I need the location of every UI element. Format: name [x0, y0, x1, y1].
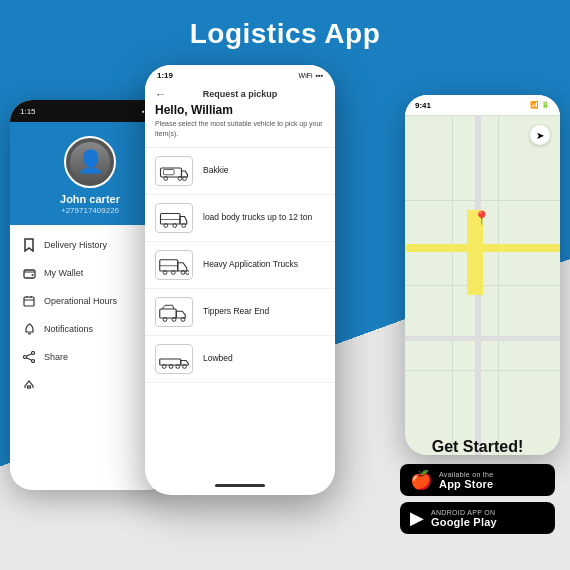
vehicle-list: Bakkie load body trucks up to 12 ton: [145, 148, 335, 383]
svg-rect-14: [161, 213, 181, 224]
home-indicator: [215, 484, 265, 487]
google-play-sub: ANDROID APP ON: [431, 509, 497, 516]
map-phone-status: 9:41 📶 🔋: [405, 95, 560, 115]
avatar-image: 👤: [70, 142, 110, 182]
header-title: Request a pickup: [203, 89, 278, 99]
vehicle-item-bakkie[interactable]: Bakkie: [145, 148, 335, 195]
map-location-pin: 📍: [473, 210, 490, 226]
status-time: 1:19: [157, 71, 173, 80]
svg-rect-2: [24, 297, 34, 306]
wallet-icon: [22, 266, 36, 280]
svg-line-7: [26, 358, 31, 361]
subtitle-text: Please select the most suitable vehicle …: [155, 119, 325, 139]
app-store-name: App Store: [439, 478, 494, 490]
vehicle-label-heavy-app: Heavy Application Trucks: [203, 259, 298, 270]
map-view: 📍 ➤: [405, 115, 560, 455]
avatar: 👤: [64, 136, 116, 188]
svg-rect-0: [24, 270, 35, 278]
phone-time: 1:15: [20, 107, 36, 116]
svg-point-5: [24, 356, 27, 359]
wifi-icon: WiFi: [299, 72, 313, 79]
extra-icon: [22, 378, 36, 392]
main-phone: 1:19 WiFi ▪▪▪ ← Request a pickup Hello, …: [145, 65, 335, 495]
get-started-title: Get Started!: [400, 438, 555, 456]
vehicle-item-tippers-rear[interactable]: Tippers Rear End: [145, 289, 335, 336]
greeting-text: Hello, William: [155, 103, 325, 117]
sidebar-label: My Wallet: [44, 268, 83, 278]
calendar-icon: [22, 294, 36, 308]
get-started-section: Get Started! 🍎 Available on the App Stor…: [400, 438, 555, 540]
bell-icon: [22, 322, 36, 336]
app-title: Logistics App: [0, 18, 570, 50]
vehicle-label-bakkie: Bakkie: [203, 165, 229, 176]
vehicle-icon-load-body: [155, 203, 193, 233]
vehicle-item-load-body[interactable]: load body trucks up to 12 ton: [145, 195, 335, 242]
app-store-text: Available on the App Store: [439, 471, 494, 490]
svg-rect-13: [164, 169, 175, 174]
vehicle-icon-heavy-app: [155, 250, 193, 280]
svg-line-6: [26, 354, 31, 357]
svg-point-1: [31, 274, 33, 276]
app-store-sub: Available on the: [439, 471, 494, 478]
app-store-badge[interactable]: 🍎 Available on the App Store: [400, 464, 555, 496]
svg-point-4: [32, 360, 35, 363]
vehicle-item-heavy-app[interactable]: Heavy Application Trucks: [145, 242, 335, 289]
vehicle-label-tippers-rear: Tippers Rear End: [203, 306, 269, 317]
vehicle-item-lowbed[interactable]: Lowbed: [145, 336, 335, 383]
map-time: 9:41: [415, 101, 431, 110]
map-phone: 9:41 📶 🔋 📍 ➤: [405, 95, 560, 455]
sidebar-label: Share: [44, 352, 68, 362]
svg-rect-29: [160, 359, 181, 365]
user-name: John carter: [60, 193, 120, 205]
share-icon: [22, 350, 36, 364]
google-play-text: ANDROID APP ON Google Play: [431, 509, 497, 528]
phone-status-bar: 1:19 WiFi ▪▪▪: [145, 65, 335, 85]
sidebar-label: Operational Hours: [44, 296, 117, 306]
user-phone: +279717409226: [61, 206, 119, 215]
vehicle-icon-bakkie: [155, 156, 193, 186]
sidebar-label: Notifications: [44, 324, 93, 334]
compass: ➤: [530, 125, 550, 145]
vehicle-label-load-body: load body trucks up to 12 ton: [203, 212, 312, 223]
svg-rect-25: [160, 309, 177, 318]
apple-icon: 🍎: [410, 469, 432, 491]
vehicle-label-lowbed: Lowbed: [203, 353, 233, 364]
status-icons: WiFi ▪▪▪: [299, 72, 323, 79]
bookmark-icon: [22, 238, 36, 252]
nav-bar: ← Request a pickup: [155, 89, 325, 99]
play-icon: ▶: [410, 507, 424, 529]
back-button[interactable]: ←: [155, 88, 166, 100]
svg-point-3: [32, 352, 35, 355]
sidebar-label: Delivery History: [44, 240, 107, 250]
pickup-header: ← Request a pickup Hello, William Please…: [145, 85, 335, 148]
svg-rect-8: [28, 386, 31, 388]
vehicle-icon-lowbed: [155, 344, 193, 374]
battery-icon: ▪▪▪: [316, 72, 323, 79]
vehicle-icon-tippers-rear: [155, 297, 193, 327]
google-play-name: Google Play: [431, 516, 497, 528]
map-battery: 📶 🔋: [530, 101, 550, 109]
google-play-badge[interactable]: ▶ ANDROID APP ON Google Play: [400, 502, 555, 534]
